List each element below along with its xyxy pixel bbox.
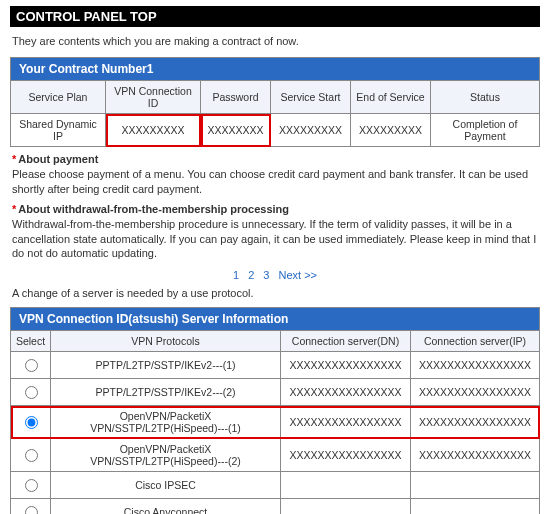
cell-select — [11, 379, 51, 406]
contract-row: Shared Dynamic IP XXXXXXXXX XXXXXXXX XXX… — [11, 114, 540, 147]
payment-note-body: Please choose payment of a menu. You can… — [12, 167, 538, 197]
cell-protocol: OpenVPN/PacketiX VPN/SSTP/L2TP(HiSpeed)-… — [51, 406, 281, 439]
server-row: OpenVPN/PacketiX VPN/SSTP/L2TP(HiSpeed)-… — [11, 406, 540, 439]
cell-conn-ip: XXXXXXXXXXXXXXXX — [411, 439, 540, 472]
cell-conn-ip: XXXXXXXXXXXXXXXX — [411, 379, 540, 406]
cell-conn-ip: XXXXXXXXXXXXXXXX — [411, 352, 540, 379]
server-select-radio[interactable] — [25, 479, 38, 492]
server-select-radio[interactable] — [25, 386, 38, 399]
server-table: Select VPN Protocols Connection server(D… — [10, 330, 540, 514]
cell-conn-dn: XXXXXXXXXXXXXXXX — [281, 406, 411, 439]
server-select-radio[interactable] — [25, 449, 38, 462]
pager: 1 2 3 Next >> — [10, 269, 540, 281]
pager-page-1[interactable]: 1 — [233, 269, 239, 281]
cell-password: XXXXXXXX — [201, 114, 271, 147]
col-protocols: VPN Protocols — [51, 331, 281, 352]
cell-select — [11, 406, 51, 439]
server-row: Cisco Anyconnect — [11, 499, 540, 514]
server-row: PPTP/L2TP/SSTP/IKEv2---(2)XXXXXXXXXXXXXX… — [11, 379, 540, 406]
cell-protocol: Cisco IPSEC — [51, 472, 281, 499]
col-plan: Service Plan — [11, 81, 106, 114]
cell-select — [11, 439, 51, 472]
server-row: Cisco IPSEC — [11, 472, 540, 499]
cell-conn-dn — [281, 472, 411, 499]
cell-select — [11, 472, 51, 499]
cell-plan: Shared Dynamic IP — [11, 114, 106, 147]
cell-protocol: Cisco Anyconnect — [51, 499, 281, 514]
withdraw-note-body: Withdrawal-from-the-membership procedure… — [12, 217, 538, 262]
server-row: PPTP/L2TP/SSTP/IKEv2---(1)XXXXXXXXXXXXXX… — [11, 352, 540, 379]
contract-table: Service Plan VPN Connection ID Password … — [10, 80, 540, 147]
cell-status: Completion of Payment — [431, 114, 540, 147]
cell-conn-dn: XXXXXXXXXXXXXXXX — [281, 439, 411, 472]
page-title-bar: CONTROL PANEL TOP — [10, 6, 540, 27]
cell-conn-dn: XXXXXXXXXXXXXXXX — [281, 352, 411, 379]
server-select-radio[interactable] — [25, 416, 38, 429]
cell-protocol: OpenVPN/PacketiX VPN/SSTP/L2TP(HiSpeed)-… — [51, 439, 281, 472]
cell-conn-ip — [411, 472, 540, 499]
server-change-note: A change of a server is needed by a use … — [12, 287, 538, 299]
cell-conn-dn — [281, 499, 411, 514]
cell-service-start: XXXXXXXXX — [271, 114, 351, 147]
col-select: Select — [11, 331, 51, 352]
page-title: CONTROL PANEL TOP — [16, 9, 157, 24]
server-section-header: VPN Connection ID(atsushi) Server Inform… — [10, 307, 540, 330]
pager-page-3[interactable]: 3 — [263, 269, 269, 281]
intro-text: They are contents which you are making a… — [12, 35, 538, 47]
server-row: OpenVPN/PacketiX VPN/SSTP/L2TP(HiSpeed)-… — [11, 439, 540, 472]
cell-protocol: PPTP/L2TP/SSTP/IKEv2---(2) — [51, 379, 281, 406]
star-icon: * — [12, 153, 16, 165]
cell-select — [11, 499, 51, 514]
server-header-row: Select VPN Protocols Connection server(D… — [11, 331, 540, 352]
cell-end-service: XXXXXXXXX — [351, 114, 431, 147]
server-select-radio[interactable] — [25, 359, 38, 372]
col-password: Password — [201, 81, 271, 114]
payment-note-head: *About payment — [12, 153, 538, 165]
withdraw-note-head: *About withdrawal-from-the-membership pr… — [12, 203, 538, 215]
col-conn-dn: Connection server(DN) — [281, 331, 411, 352]
cell-conn-ip: XXXXXXXXXXXXXXXX — [411, 406, 540, 439]
contract-header-row: Service Plan VPN Connection ID Password … — [11, 81, 540, 114]
col-vpn-id: VPN Connection ID — [106, 81, 201, 114]
contract-section-header: Your Contract Number1 — [10, 57, 540, 80]
pager-next[interactable]: Next >> — [279, 269, 318, 281]
col-service-start: Service Start — [271, 81, 351, 114]
star-icon: * — [12, 203, 16, 215]
pager-page-2[interactable]: 2 — [248, 269, 254, 281]
cell-vpn-id: XXXXXXXXX — [106, 114, 201, 147]
cell-conn-ip — [411, 499, 540, 514]
cell-protocol: PPTP/L2TP/SSTP/IKEv2---(1) — [51, 352, 281, 379]
col-end-service: End of Service — [351, 81, 431, 114]
cell-conn-dn: XXXXXXXXXXXXXXXX — [281, 379, 411, 406]
server-select-radio[interactable] — [25, 506, 38, 514]
col-conn-ip: Connection server(IP) — [411, 331, 540, 352]
col-status: Status — [431, 81, 540, 114]
cell-select — [11, 352, 51, 379]
